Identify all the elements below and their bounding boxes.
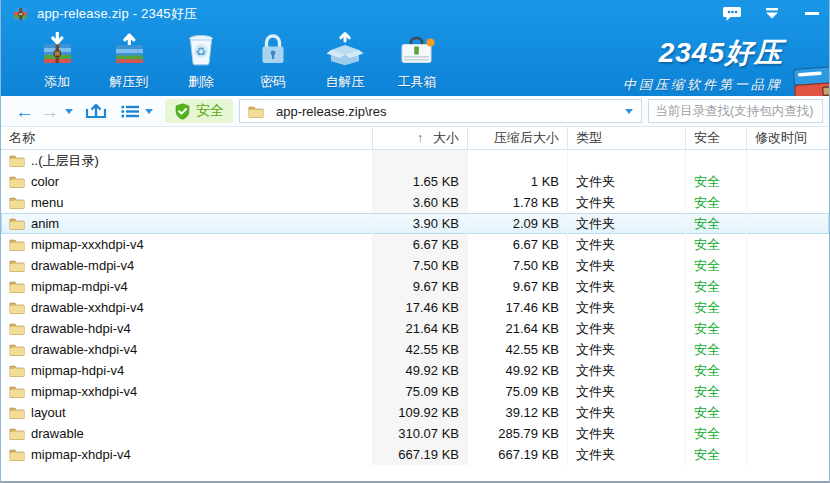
file-type: 文件夹 [568,423,686,444]
file-mtime [747,255,829,276]
password-button[interactable]: 密码 [237,30,309,91]
delete-button[interactable]: ♻ 删除 [165,30,237,91]
archive-safe-badge[interactable]: 安全 [165,99,233,123]
folder-icon [9,217,25,230]
file-packed-size: 21.64 KB [468,318,568,339]
table-row[interactable]: mipmap-xxxhdpi-v4 6.67 KB 6.67 KB 文件夹 安全 [1,234,829,255]
sort-asc-icon: ↑ [417,131,423,145]
file-type: 文件夹 [568,360,686,381]
file-safe-status: 安全 [694,173,720,191]
file-type: 文件夹 [568,444,686,465]
file-mtime [747,402,829,423]
file-type: 文件夹 [568,381,686,402]
column-header-packed[interactable]: 压缩后大小 [468,127,568,149]
file-name: mipmap-xxxhdpi-v4 [31,237,144,252]
feedback-icon[interactable] [719,4,745,24]
file-mtime [747,276,829,297]
folder-icon [9,259,25,272]
forward-icon[interactable]: → [40,99,59,123]
column-header-size[interactable]: ↑大小 [373,127,468,149]
extract-button[interactable]: 解压到 [93,30,165,91]
view-dropdown-icon[interactable] [145,99,153,123]
table-row[interactable]: drawable 310.07 KB 285.79 KB 文件夹 安全 [1,423,829,444]
add-button[interactable]: 添加 [21,30,93,91]
app-archive-icon [13,6,29,22]
file-packed-size: 17.46 KB [468,297,568,318]
folder-icon [9,238,25,251]
file-size: 7.50 KB [373,255,468,276]
folder-icon [248,105,264,118]
file-name: anim [31,216,59,231]
parent-directory-row[interactable]: ..(上层目录) [1,150,829,171]
file-size: 17.46 KB [373,297,468,318]
table-row[interactable]: drawable-xhdpi-v4 42.55 KB 42.55 KB 文件夹 … [1,339,829,360]
file-packed-size: 9.67 KB [468,276,568,297]
table-row[interactable]: color 1.65 KB 1 KB 文件夹 安全 [1,171,829,192]
view-mode-icon[interactable] [121,99,139,123]
parent-directory-label: ..(上层目录) [31,152,99,170]
table-row[interactable]: mipmap-xhdpi-v4 667.19 KB 667.19 KB 文件夹 … [1,444,829,465]
file-mtime [747,318,829,339]
window-title: app-release.zip - 2345好压 [37,5,197,23]
path-dropdown-icon[interactable] [625,109,633,114]
path-field[interactable]: app-release.zip\res [239,99,642,123]
table-row[interactable]: mipmap-xxhdpi-v4 75.09 KB 75.09 KB 文件夹 安… [1,381,829,402]
titlebar: app-release.zip - 2345好压 [1,0,829,28]
file-mtime [747,423,829,444]
folder-icon [9,301,25,314]
column-header-mtime[interactable]: 修改时间 [747,127,829,149]
file-size: 3.90 KB [373,213,468,234]
table-row[interactable]: menu 3.60 KB 1.78 KB 文件夹 安全 [1,192,829,213]
file-size: 42.55 KB [373,339,468,360]
delete-button-label: 删除 [188,73,214,91]
folder-icon [9,196,25,209]
file-mtime [747,339,829,360]
brand-tagline: 中国压缩软件第一品牌 [623,76,783,94]
minimize-icon[interactable] [799,4,825,24]
table-row[interactable]: mipmap-hdpi-v4 49.92 KB 49.92 KB 文件夹 安全 [1,360,829,381]
file-name: drawable-xxhdpi-v4 [31,300,144,315]
table-row[interactable]: drawable-hdpi-v4 21.64 KB 21.64 KB 文件夹 安… [1,318,829,339]
file-mtime [747,444,829,465]
folder-icon [9,364,25,377]
table-row[interactable]: layout 109.92 KB 39.12 KB 文件夹 安全 [1,402,829,423]
file-size: 9.67 KB [373,276,468,297]
column-header-name[interactable]: 名称 [1,127,373,149]
search-input[interactable] [648,99,823,123]
up-directory-icon[interactable] [85,99,107,123]
column-header-safe[interactable]: 安全 [686,127,747,149]
table-row[interactable]: drawable-mdpi-v4 7.50 KB 7.50 KB 文件夹 安全 [1,255,829,276]
file-size: 3.60 KB [373,192,468,213]
file-type: 文件夹 [568,402,686,423]
titlebar-controls [719,4,829,24]
file-packed-size: 1 KB [468,171,568,192]
table-row[interactable]: mipmap-mdpi-v4 9.67 KB 9.67 KB 文件夹 安全 [1,276,829,297]
file-mtime [747,192,829,213]
delete-icon: ♻ [182,30,220,70]
table-body: ..(上层目录) color 1.65 KB 1 KB 文件夹 安全 [1,150,829,465]
file-safe-status: 安全 [694,341,720,359]
skin-menu-icon[interactable] [759,4,785,24]
file-packed-size: 2.09 KB [468,213,568,234]
back-icon[interactable]: ← [15,99,34,123]
file-name: mipmap-mdpi-v4 [31,279,128,294]
file-packed-size: 667.19 KB [468,444,568,465]
table-row[interactable]: drawable-xxhdpi-v4 17.46 KB 17.46 KB 文件夹… [1,297,829,318]
file-safe-status: 安全 [694,320,720,338]
file-safe-status: 安全 [694,299,720,317]
table-row[interactable]: anim 3.90 KB 2.09 KB 文件夹 安全 [1,213,829,234]
file-name: mipmap-xhdpi-v4 [31,447,131,462]
self-extract-button[interactable]: 自解压 [309,30,381,91]
file-mtime [747,297,829,318]
column-header-type[interactable]: 类型 [568,127,686,149]
file-size: 109.92 KB [373,402,468,423]
svg-text:♻: ♻ [196,45,207,59]
file-size: 49.92 KB [373,360,468,381]
toolbox-button[interactable]: 工具箱 [381,30,453,91]
history-dropdown-icon[interactable] [65,99,73,123]
file-size: 21.64 KB [373,318,468,339]
file-size: 667.19 KB [373,444,468,465]
file-table: 名称 ↑大小 压缩后大小 类型 安全 修改时间 ..(上层目录) [1,127,829,465]
file-packed-size: 7.50 KB [468,255,568,276]
extract-button-label: 解压到 [110,73,149,91]
